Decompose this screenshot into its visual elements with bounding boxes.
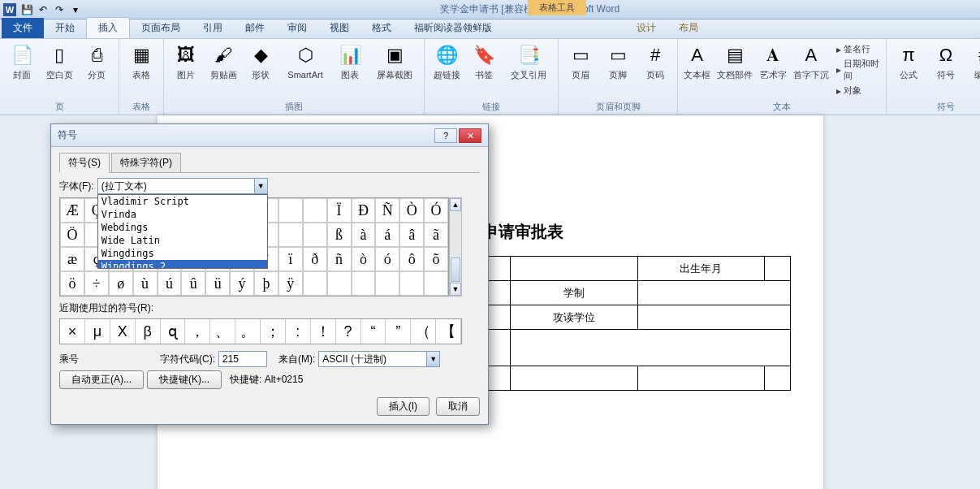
symbol-cell[interactable] [278, 198, 303, 223]
insert-button[interactable]: 插入(I) [377, 397, 430, 416]
recent-symbol[interactable]: β [136, 319, 161, 344]
recent-symbol[interactable]: ！ [311, 319, 336, 344]
symbol-cell[interactable]: ñ [327, 247, 352, 271]
ribbon-剪贴画[interactable]: 🖌剪贴画 [206, 41, 240, 99]
ribbon-页脚[interactable]: ▭页脚 [601, 41, 635, 99]
symbol-cell[interactable] [399, 271, 424, 296]
cell[interactable] [637, 281, 790, 305]
scroll-up-icon[interactable]: ▲ [450, 198, 461, 211]
symbol-cell[interactable]: ï [278, 247, 303, 271]
symbol-cell[interactable]: ã [424, 223, 448, 247]
ribbon-文档部件[interactable]: ▤文档部件 [714, 41, 755, 99]
symbol-cell[interactable]: Ö [60, 223, 84, 247]
symbol-cell[interactable]: ð [303, 247, 327, 271]
ribbon-页码[interactable]: #页码 [638, 41, 672, 99]
code-input[interactable] [218, 351, 267, 367]
recent-symbol[interactable]: （ [411, 319, 436, 344]
ribbon-编号[interactable]: #编号 [966, 41, 980, 99]
symbol-cell[interactable] [327, 271, 352, 296]
from-combo[interactable]: ▼ [318, 351, 440, 367]
recent-symbol[interactable]: Χ [110, 319, 136, 344]
font-option[interactable]: Vrinda [98, 208, 267, 221]
symbol-cell[interactable]: Đ [352, 198, 376, 223]
recent-symbol[interactable]: ” [386, 319, 411, 344]
tab-开始[interactable]: 开始 [44, 18, 86, 38]
symbol-cell[interactable] [303, 198, 327, 223]
tab-布局[interactable]: 布局 [667, 18, 710, 38]
ribbon-对象[interactable]: ▸对象 [835, 84, 881, 97]
symbol-cell[interactable]: ô [399, 247, 424, 271]
from-input[interactable] [318, 351, 440, 367]
symbol-cell[interactable]: ø [109, 271, 133, 296]
symbol-cell[interactable] [278, 223, 303, 247]
symbol-cell[interactable]: Ò [399, 198, 424, 223]
symbol-cell[interactable]: õ [424, 247, 448, 271]
symbol-cell[interactable]: Ñ [375, 198, 399, 223]
font-option[interactable]: Webdings [98, 221, 267, 234]
save-icon[interactable]: 💾 [19, 2, 34, 17]
ribbon-符号[interactable]: Ω符号 [929, 41, 963, 99]
ribbon-公式[interactable]: π公式 [891, 41, 926, 99]
tab-视图[interactable]: 视图 [318, 18, 360, 38]
ribbon-空白页[interactable]: ▯空白页 [42, 41, 76, 99]
ribbon-表格[interactable]: ▦表格 [124, 41, 158, 99]
dialog-titlebar[interactable]: 符号 ? ✕ [51, 124, 488, 147]
symbol-cell[interactable]: û [181, 271, 205, 296]
undo-icon[interactable]: ↶ [36, 2, 50, 17]
symbol-cell[interactable]: à [352, 223, 376, 247]
font-dropdown[interactable]: Vladimir ScriptVrindaWebdingsWide LatinW… [97, 194, 268, 269]
symbol-cell[interactable]: ÿ [278, 271, 303, 296]
symbol-cell[interactable] [375, 271, 399, 296]
recent-symbol[interactable]: μ [85, 319, 110, 344]
shortcut-button[interactable]: 快捷键(K)... [147, 370, 222, 389]
ribbon-分页[interactable]: ⎙分页 [80, 41, 114, 99]
tab-福昕阅读器领鲜版[interactable]: 福昕阅读器领鲜版 [403, 18, 503, 38]
symbol-cell[interactable]: æ [60, 247, 84, 271]
grid-scrollbar[interactable]: ▲ ▼ [449, 197, 462, 296]
recent-symbol[interactable]: ； [261, 319, 286, 344]
symbol-cell[interactable] [303, 271, 327, 296]
symbol-cell[interactable]: þ [254, 271, 278, 296]
font-option[interactable]: Wide Latin [98, 234, 267, 247]
autocorrect-button[interactable]: 自动更正(A)... [59, 370, 144, 389]
tab-邮件[interactable]: 邮件 [234, 18, 276, 38]
symbol-cell[interactable]: ö [60, 271, 84, 296]
symbol-cell[interactable]: ú [158, 271, 182, 296]
cell[interactable] [511, 330, 790, 366]
symbol-cell[interactable]: ß [327, 223, 352, 247]
ribbon-交叉引用[interactable]: 📑交叉引用 [504, 41, 553, 99]
ribbon-屏幕截图[interactable]: ▣屏幕截图 [370, 41, 419, 99]
help-button[interactable]: ? [434, 128, 457, 143]
ribbon-首字下沉[interactable]: A首字下沉 [791, 41, 831, 99]
symbol-cell[interactable] [303, 223, 327, 247]
ribbon-SmartArt[interactable]: ⬡SmartArt [281, 41, 330, 99]
ribbon-页眉[interactable]: ▭页眉 [563, 41, 598, 99]
file-tab[interactable]: 文件 [2, 18, 44, 38]
recent-symbol[interactable]: × [60, 319, 85, 344]
close-button[interactable]: ✕ [459, 128, 481, 143]
ribbon-超链接[interactable]: 🌐超链接 [430, 41, 464, 99]
cell[interactable] [765, 366, 790, 391]
font-option[interactable]: Wingdings [98, 247, 267, 260]
tab-symbols[interactable]: 符号(S) [59, 153, 110, 173]
symbol-cell[interactable]: ù [133, 271, 158, 296]
symbol-cell[interactable] [424, 271, 448, 296]
tab-页面布局[interactable]: 页面布局 [130, 18, 192, 38]
symbol-cell[interactable]: Ó [424, 198, 448, 223]
font-option[interactable]: Wingdings 2 [98, 260, 267, 269]
tab-插入[interactable]: 插入 [86, 17, 130, 38]
ribbon-文本框[interactable]: A文本框 [683, 41, 711, 99]
scroll-thumb[interactable] [451, 257, 460, 282]
recent-symbol[interactable]: 、 [210, 319, 235, 344]
tab-格式[interactable]: 格式 [360, 18, 403, 38]
cancel-button[interactable]: 取消 [436, 397, 480, 416]
cell[interactable] [511, 257, 638, 281]
recent-symbol[interactable]: “ [361, 319, 386, 344]
symbol-cell[interactable]: ÷ [84, 271, 109, 296]
font-option[interactable]: Vladimir Script [98, 195, 267, 208]
symbol-cell[interactable]: ò [352, 247, 376, 271]
qat-menu-icon[interactable]: ▾ [68, 2, 83, 17]
ribbon-艺术字[interactable]: 𝐀艺术字 [759, 41, 788, 99]
symbol-cell[interactable]: ó [375, 247, 399, 271]
symbol-cell[interactable]: ü [205, 271, 230, 296]
